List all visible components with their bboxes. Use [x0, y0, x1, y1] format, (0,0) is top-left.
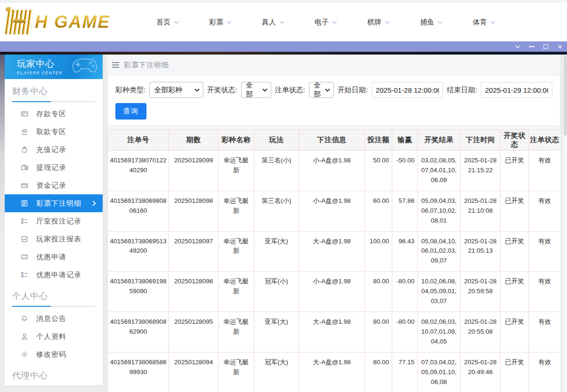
table-cell: 50.00 [365, 151, 392, 191]
table-cell: 07,03,04,02,05,09,01,10,06,08 [418, 352, 461, 392]
close-icon: ✕ [558, 44, 563, 50]
sidebar-item-label: 取款专区 [36, 128, 66, 136]
lottery-type-value: 全部彩种 [154, 86, 182, 95]
logo-h-icon [5, 10, 33, 34]
sidebar-item-label: 个人资料 [36, 332, 66, 341]
end-date-input[interactable] [481, 82, 552, 98]
table-cell: 亚军(大) [254, 312, 299, 352]
sidebar-item-change-password[interactable]: 修改密码 [5, 345, 103, 363]
table-row: 40156917380695134920020250128097幸运飞艇新亚军(… [108, 231, 561, 272]
column-header: 玩法 [254, 130, 299, 151]
hand-coins-icon [21, 128, 28, 136]
table-cell: 401569173806951349200 [108, 231, 169, 272]
section-header-agent[interactable]: 代理中心 [12, 370, 103, 381]
draw-status-label: 开奖状态: [207, 86, 237, 95]
sidebar-item-label: 充值记录 [36, 145, 66, 154]
table-cell: 77.15 [392, 352, 418, 392]
sidebar-item-label: 资金记录 [36, 181, 66, 190]
section-divider [12, 101, 95, 102]
sidebar-item-promo-apply-record[interactable]: 优惠申请记录 [5, 266, 103, 284]
table-cell: 已开奖 [501, 272, 529, 312]
table-cell: 大-A盘@1.98 [299, 352, 365, 392]
table-cell: 冠军(大) [254, 352, 299, 392]
section-header-personal[interactable]: 个人中心 [12, 290, 103, 302]
nav-item-slots[interactable]: 电子 [315, 18, 337, 27]
sidebar-item-recharge-record[interactable]: 充值记录 [5, 141, 103, 159]
table-cell: 80.00 [365, 352, 392, 392]
table-cell: 小-A盘@1.98 [299, 272, 365, 312]
nav-item-fishing[interactable]: 捕鱼 [420, 18, 443, 27]
lottery-type-select[interactable]: 全部彩种 [149, 82, 203, 98]
table-cell: 60.00 [365, 191, 392, 231]
sidebar-item-withdraw[interactable]: 取款专区 [5, 123, 103, 141]
window-minimize-button[interactable] [525, 41, 539, 52]
sidebar-item-deposit[interactable]: 存款专区 [5, 105, 103, 123]
logo[interactable]: H GAME [7, 10, 129, 34]
table-cell: 有效 [529, 191, 561, 231]
chevron-down-icon [174, 21, 179, 24]
start-date-input[interactable] [372, 82, 443, 98]
left-gutter [0, 55, 5, 392]
nav-item-home[interactable]: 首页 [156, 18, 179, 27]
filter-panel: 彩种类型: 全部彩种 开奖状态: 全部 注单状态: 全部 开始日期: 结束日期: [107, 75, 560, 126]
table-cell: 幸运飞艇新 [219, 312, 254, 352]
sidebar-item-lottery-bet-detail[interactable]: 彩票下注明细 [5, 194, 103, 212]
nav-label: 捕鱼 [420, 18, 434, 27]
bet-status-label: 注单状态: [275, 86, 305, 95]
table-cell: 有效 [529, 312, 561, 352]
scrollbar-thumb[interactable] [564, 56, 567, 136]
sidebar-item-funds-record[interactable]: 资金记录 [5, 176, 103, 194]
list-cells-icon [21, 271, 28, 279]
chevron-down-icon [515, 45, 520, 48]
list-cells-icon [21, 217, 28, 225]
gear-icon [21, 351, 28, 358]
sidebar-item-withdrawal-record[interactable]: 提现记录 [5, 159, 103, 176]
sidebar-item-label: 消息公告 [36, 314, 66, 323]
table-cell: 已开奖 [501, 151, 529, 191]
window-collapse-button[interactable] [510, 41, 525, 52]
column-header: 下注信息 [299, 130, 365, 151]
draw-status-select[interactable]: 全部 [241, 82, 271, 98]
window-close-button[interactable]: ✕ [553, 41, 567, 52]
chevron-down-icon [262, 88, 267, 92]
search-button[interactable]: 查询 [115, 103, 146, 120]
sidebar-item-label: 修改密码 [36, 350, 66, 359]
table-cell: 20250128099 [169, 151, 219, 191]
nav-label: 体育 [473, 18, 487, 27]
bet-status-value: 全部 [314, 81, 322, 99]
table-cell: 有效 [529, 272, 561, 312]
lottery-type-label: 彩种类型: [115, 86, 146, 95]
table-cell: 幸运飞艇新 [219, 191, 254, 231]
section-header-finance[interactable]: 财务中心 [12, 86, 103, 97]
vertical-scrollbar[interactable] [563, 55, 567, 392]
ticket-icon [21, 253, 28, 261]
chevron-down-icon [490, 21, 495, 24]
sidebar-item-player-bet-report[interactable]: 玩家投注报表 [5, 230, 103, 248]
table-cell: 大-A盘@1.98 [299, 231, 365, 272]
nav-item-live[interactable]: 真人 [262, 18, 284, 27]
window-maximize-button[interactable] [539, 41, 553, 52]
table-cell: 20250128096 [169, 272, 219, 312]
table-cell: -50.00 [392, 151, 418, 191]
table-cell: 100.00 [365, 231, 392, 272]
minimize-icon [529, 46, 535, 47]
page-title: 彩票下注明细 [124, 61, 169, 70]
sidebar-item-promo-apply[interactable]: 优惠申请 [5, 248, 103, 266]
table-cell: 有效 [529, 151, 561, 191]
sidebar-item-profile[interactable]: 个人资料 [5, 328, 103, 345]
menu-toggle-icon[interactable] [112, 62, 119, 68]
table-cell: 大-A盘@1.98 [299, 312, 365, 352]
bet-status-select[interactable]: 全部 [309, 82, 334, 98]
nav-item-sports[interactable]: 体育 [473, 18, 495, 27]
table-cell: 幸运飞艇新 [219, 352, 254, 392]
sidebar: 玩家中心 PLAYERS CENTER 财务中心 存款专区 取款专区 充值记录 … [5, 55, 103, 385]
sidebar-item-hall-bet-record[interactable]: 厅室投注记录 [5, 212, 103, 230]
nav-item-lottery[interactable]: 彩票 [209, 18, 232, 27]
nav-item-board[interactable]: 棋牌 [367, 18, 390, 27]
table-cell: 幸运飞艇新 [219, 272, 254, 312]
column-header: 期数 [169, 130, 219, 151]
table-cell: 第三名(小) [254, 151, 299, 191]
table-cell: 03,02,08,05,07,04,01,10,06,09 [418, 151, 461, 191]
sidebar-item-label: 优惠申请记录 [36, 271, 81, 280]
sidebar-item-notices[interactable]: 消息公告 [5, 310, 103, 328]
